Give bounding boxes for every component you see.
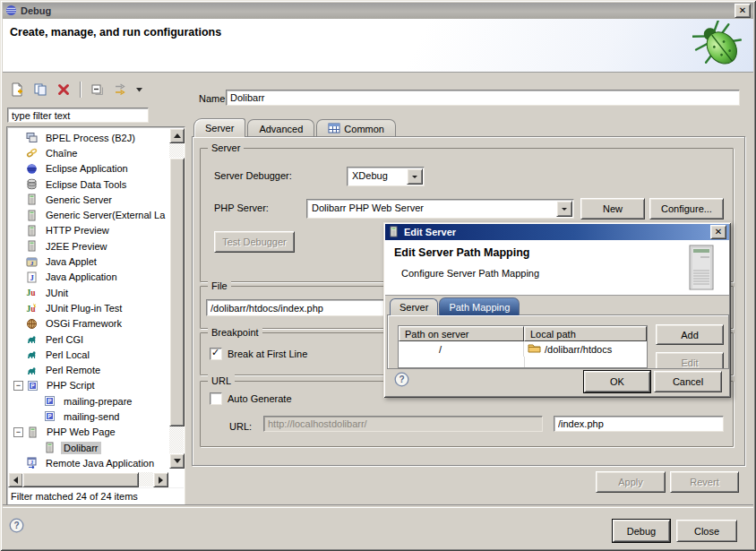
tree-item-java-application[interactable]: JJava Application (8, 270, 168, 285)
tree-item-osgi-framework[interactable]: OSGi Framework (8, 316, 168, 331)
tree-item-perl-remote[interactable]: Perl Remote (8, 362, 168, 377)
collapse-all-icon[interactable] (88, 80, 107, 99)
scrollbar-thumb[interactable] (169, 158, 185, 426)
tree-item-label: JUnit (43, 287, 71, 299)
tree-item-cha-ne[interactable]: Chaîne (8, 145, 168, 160)
tree-item-label: mailing-prepare (61, 395, 134, 408)
tree-item-junit[interactable]: JuJUnit (8, 285, 168, 300)
ok-button[interactable]: OK (584, 371, 650, 392)
close-icon[interactable]: ✕ (710, 225, 726, 239)
database-icon (26, 178, 39, 190)
chevron-down-icon[interactable] (556, 201, 572, 217)
tree-item-bpel-process-b2j[interactable]: BPEL Process (B2J) (8, 130, 168, 145)
perl-icon (26, 349, 39, 360)
tree-item-j2ee-preview[interactable]: J2EE Preview (8, 238, 168, 254)
configurations-toolbar (7, 80, 143, 99)
tab-common[interactable]: Common (316, 119, 396, 137)
table-cell-path-on-server[interactable]: / (399, 341, 524, 357)
tab-server[interactable]: Server (390, 298, 438, 315)
delete-config-icon[interactable] (54, 80, 73, 99)
horizontal-scrollbar[interactable] (8, 472, 168, 486)
help-icon[interactable]: ? (394, 372, 409, 389)
tree-item-perl-cgi[interactable]: Perl CGI (8, 331, 168, 347)
close-button[interactable]: Close (676, 520, 737, 542)
scroll-left-icon[interactable] (8, 472, 23, 487)
edit-button: Edit (656, 352, 724, 369)
tree-item-php-script[interactable]: −PPHP Script (8, 378, 168, 393)
tree-item-label: Perl CGI (43, 333, 86, 346)
svg-text:P: P (47, 398, 52, 404)
filter-status: Filter matched 24 of 24 items (8, 487, 184, 504)
column-header-local-path[interactable]: Local path (524, 326, 647, 341)
add-button[interactable]: Add (656, 324, 724, 345)
tab-server[interactable]: Server (193, 118, 245, 137)
tab-label: Path Mapping (449, 302, 510, 313)
tree-item-junit-plug-in-test[interactable]: JuJUnit Plug-in Test (8, 300, 168, 315)
chain-icon (26, 147, 39, 159)
tree-item-http-preview[interactable]: HTTP Preview (8, 223, 168, 238)
filter-launch-icon[interactable] (111, 80, 131, 99)
collapse-toggle-icon[interactable]: − (13, 381, 23, 391)
help-icon[interactable]: ? (9, 518, 24, 535)
server-tower-image (688, 244, 715, 293)
dialog-titlebar[interactable]: Edit Server ✕ (385, 224, 729, 240)
group-title: URL (208, 375, 235, 387)
filter-input[interactable] (7, 108, 149, 123)
name-label: Name: (199, 93, 228, 104)
tree-item-eclipse-data-tools[interactable]: Eclipse Data Tools (8, 176, 168, 192)
auto-generate-checkbox[interactable] (210, 392, 222, 405)
tree-item-mailing-send[interactable]: Pmailing-send (8, 409, 168, 424)
duplicate-config-icon[interactable] (30, 80, 50, 99)
window-titlebar[interactable]: Debug ✕ (3, 3, 753, 19)
dialog-subheading: Configure Server Path Mapping (401, 268, 539, 279)
scroll-right-icon[interactable] (153, 472, 168, 487)
php-server-select[interactable]: Dolibarr PHP Web Server (306, 199, 574, 219)
configure-button[interactable]: Configure... (649, 198, 724, 220)
name-input[interactable] (226, 90, 740, 106)
dialog-banner: Create, manage, and run configurations (3, 19, 753, 73)
server-debugger-select[interactable]: XDebug (347, 167, 425, 186)
tree-item-perl-local[interactable]: Perl Local (8, 347, 168, 362)
tree-item-remote-java-application[interactable]: JRemote Java Application (8, 455, 168, 470)
tree-item-eclipse-application[interactable]: Eclipse Application (8, 161, 168, 176)
scroll-up-icon[interactable] (169, 128, 185, 143)
new-config-icon[interactable] (7, 80, 27, 99)
collapse-toggle-icon[interactable]: − (13, 427, 23, 437)
dropdown-caret-icon[interactable] (134, 80, 143, 99)
tree-item-dolibarr[interactable]: Dolibarr (8, 440, 168, 455)
dialog-title: Edit Server (404, 227, 456, 237)
vertical-scrollbar[interactable] (169, 128, 184, 469)
tree-item-php-web-page[interactable]: −PHP Web Page (8, 425, 168, 440)
tree-item-label: PHP Web Page (44, 426, 118, 438)
php-web-page-icon (27, 426, 40, 438)
column-header-path-on-server[interactable]: Path on server (399, 326, 524, 341)
svg-text:J: J (30, 460, 33, 465)
server-icon (26, 240, 39, 252)
svg-text:?: ? (399, 375, 404, 384)
scroll-down-icon[interactable] (169, 453, 185, 469)
url-path-input[interactable] (554, 416, 724, 432)
tree-item-generic-server[interactable]: Generic Server (8, 192, 168, 207)
tree-item-label: Generic Server(External La (43, 209, 168, 221)
cancel-button[interactable]: Cancel (654, 371, 722, 392)
break-first-line-checkbox[interactable] (210, 348, 222, 360)
debug-button[interactable]: Debug (613, 520, 670, 542)
close-icon[interactable]: ✕ (735, 4, 751, 18)
tab-path-mapping[interactable]: Path Mapping (439, 297, 520, 315)
server-icon (26, 210, 39, 221)
path-mapping-table[interactable]: Path on server Local path / /dolibarr/ht… (398, 325, 648, 368)
tab-advanced[interactable]: Advanced (247, 119, 314, 137)
table-cell-local-path[interactable]: /dolibarr/htdocs (524, 341, 647, 357)
empty-row-divider (524, 357, 648, 367)
new-server-button[interactable]: New (580, 198, 645, 220)
scrollbar-thumb[interactable] (22, 472, 139, 487)
chevron-down-icon[interactable] (407, 168, 423, 185)
junit-icon: Ju (26, 287, 39, 298)
svg-text:Ju: Ju (27, 288, 37, 297)
tree-item-generic-server-external-la[interactable]: Generic Server(External La (8, 207, 168, 222)
tree-item-mailing-prepare[interactable]: Pmailing-prepare (8, 393, 168, 409)
break-first-line-label: Break at First Line (228, 349, 307, 359)
tree-item-label: JUnit Plug-in Test (43, 302, 125, 314)
tree-item-java-applet[interactable]: JJava Applet (8, 254, 168, 269)
tree-item-label: HTTP Preview (43, 224, 112, 237)
